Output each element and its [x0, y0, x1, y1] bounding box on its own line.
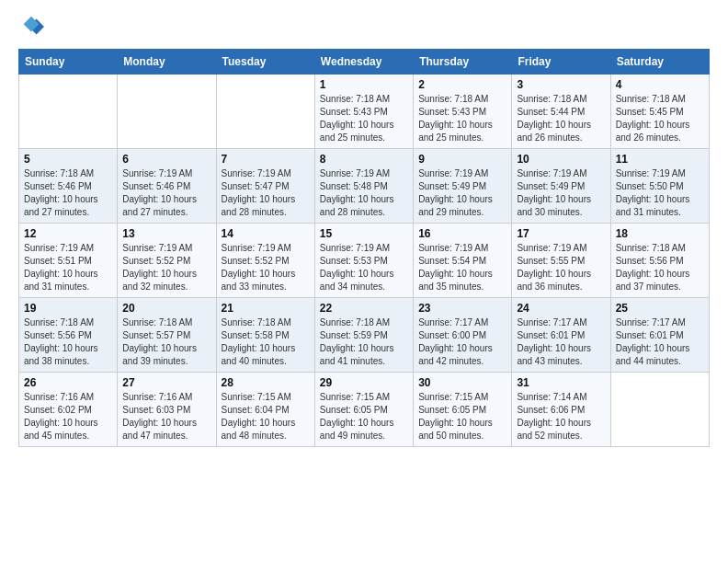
day-number: 24 — [517, 302, 605, 315]
day-number: 11 — [616, 153, 704, 166]
calendar-cell: 4Sunrise: 7:18 AM Sunset: 5:45 PM Daylig… — [610, 75, 709, 149]
day-info: Sunrise: 7:16 AM Sunset: 6:03 PM Dayligh… — [122, 391, 210, 442]
day-info: Sunrise: 7:15 AM Sunset: 6:05 PM Dayligh… — [418, 391, 506, 442]
calendar-week-row: 26Sunrise: 7:16 AM Sunset: 6:02 PM Dayli… — [19, 373, 710, 447]
calendar-cell — [19, 75, 118, 149]
weekday-header-tuesday: Tuesday — [216, 50, 314, 75]
day-number: 5 — [24, 153, 112, 166]
day-number: 29 — [320, 376, 408, 389]
day-number: 3 — [517, 78, 605, 91]
day-number: 6 — [122, 153, 210, 166]
day-info: Sunrise: 7:18 AM Sunset: 5:44 PM Dayligh… — [517, 93, 605, 144]
day-info: Sunrise: 7:16 AM Sunset: 6:02 PM Dayligh… — [24, 391, 112, 442]
day-info: Sunrise: 7:17 AM Sunset: 6:00 PM Dayligh… — [418, 316, 506, 368]
weekday-header-wednesday: Wednesday — [314, 50, 413, 75]
calendar-header — [18, 14, 710, 40]
calendar-week-row: 1Sunrise: 7:18 AM Sunset: 5:43 PM Daylig… — [19, 75, 710, 149]
day-number: 31 — [517, 376, 605, 389]
calendar-cell: 16Sunrise: 7:19 AM Sunset: 5:54 PM Dayli… — [414, 224, 512, 298]
day-number: 1 — [320, 78, 408, 91]
day-number: 19 — [24, 302, 112, 315]
calendar-cell: 10Sunrise: 7:19 AM Sunset: 5:49 PM Dayli… — [512, 149, 610, 224]
calendar-cell: 27Sunrise: 7:16 AM Sunset: 6:03 PM Dayli… — [118, 373, 216, 447]
calendar-cell — [610, 373, 709, 447]
day-number: 27 — [122, 376, 210, 389]
day-info: Sunrise: 7:18 AM Sunset: 5:56 PM Dayligh… — [616, 242, 704, 293]
day-number: 21 — [222, 302, 310, 315]
day-info: Sunrise: 7:19 AM Sunset: 5:53 PM Dayligh… — [320, 242, 408, 293]
calendar-cell — [118, 75, 216, 149]
calendar-cell: 25Sunrise: 7:17 AM Sunset: 6:01 PM Dayli… — [610, 298, 709, 373]
day-info: Sunrise: 7:19 AM Sunset: 5:54 PM Dayligh… — [418, 242, 506, 293]
day-info: Sunrise: 7:19 AM Sunset: 5:51 PM Dayligh… — [24, 242, 112, 293]
calendar-container: SundayMondayTuesdayWednesdayThursdayFrid… — [0, 0, 728, 461]
day-info: Sunrise: 7:18 AM Sunset: 5:43 PM Dayligh… — [418, 93, 506, 144]
calendar-cell: 19Sunrise: 7:18 AM Sunset: 5:56 PM Dayli… — [19, 298, 118, 373]
calendar-cell: 30Sunrise: 7:15 AM Sunset: 6:05 PM Dayli… — [414, 373, 512, 447]
calendar-cell: 14Sunrise: 7:19 AM Sunset: 5:52 PM Dayli… — [216, 224, 314, 298]
calendar-week-row: 19Sunrise: 7:18 AM Sunset: 5:56 PM Dayli… — [19, 298, 710, 373]
weekday-header-saturday: Saturday — [610, 50, 709, 75]
calendar-week-row: 12Sunrise: 7:19 AM Sunset: 5:51 PM Dayli… — [19, 224, 710, 298]
day-number: 22 — [320, 302, 408, 315]
calendar-cell: 1Sunrise: 7:18 AM Sunset: 5:43 PM Daylig… — [314, 75, 413, 149]
calendar-cell: 17Sunrise: 7:19 AM Sunset: 5:55 PM Dayli… — [512, 224, 610, 298]
day-info: Sunrise: 7:19 AM Sunset: 5:49 PM Dayligh… — [418, 167, 506, 219]
day-info: Sunrise: 7:19 AM Sunset: 5:47 PM Dayligh… — [222, 167, 310, 219]
day-info: Sunrise: 7:15 AM Sunset: 6:05 PM Dayligh… — [320, 391, 408, 442]
day-number: 13 — [122, 227, 210, 240]
day-number: 25 — [616, 302, 704, 315]
day-info: Sunrise: 7:18 AM Sunset: 5:43 PM Dayligh… — [320, 93, 408, 144]
day-info: Sunrise: 7:17 AM Sunset: 6:01 PM Dayligh… — [616, 316, 704, 368]
day-number: 10 — [517, 153, 605, 166]
day-number: 12 — [24, 227, 112, 240]
day-info: Sunrise: 7:18 AM Sunset: 5:56 PM Dayligh… — [24, 316, 112, 368]
day-number: 20 — [122, 302, 210, 315]
weekday-header-friday: Friday — [512, 50, 610, 75]
calendar-cell: 20Sunrise: 7:18 AM Sunset: 5:57 PM Dayli… — [118, 298, 216, 373]
day-info: Sunrise: 7:19 AM Sunset: 5:46 PM Dayligh… — [122, 167, 210, 219]
calendar-cell: 26Sunrise: 7:16 AM Sunset: 6:02 PM Dayli… — [19, 373, 118, 447]
calendar-cell — [216, 75, 314, 149]
calendar-cell: 13Sunrise: 7:19 AM Sunset: 5:52 PM Dayli… — [118, 224, 216, 298]
day-number: 8 — [320, 153, 408, 166]
day-info: Sunrise: 7:18 AM Sunset: 5:59 PM Dayligh… — [320, 316, 408, 368]
calendar-cell: 7Sunrise: 7:19 AM Sunset: 5:47 PM Daylig… — [216, 149, 314, 224]
calendar-cell: 12Sunrise: 7:19 AM Sunset: 5:51 PM Dayli… — [19, 224, 118, 298]
day-number: 18 — [616, 227, 704, 240]
weekday-header-monday: Monday — [118, 50, 216, 75]
day-info: Sunrise: 7:18 AM Sunset: 5:57 PM Dayligh… — [122, 316, 210, 368]
calendar-cell: 24Sunrise: 7:17 AM Sunset: 6:01 PM Dayli… — [512, 298, 610, 373]
weekday-header-thursday: Thursday — [414, 50, 512, 75]
calendar-cell: 31Sunrise: 7:14 AM Sunset: 6:06 PM Dayli… — [512, 373, 610, 447]
calendar-cell: 2Sunrise: 7:18 AM Sunset: 5:43 PM Daylig… — [414, 75, 512, 149]
calendar-cell: 23Sunrise: 7:17 AM Sunset: 6:00 PM Dayli… — [414, 298, 512, 373]
day-number: 26 — [24, 376, 112, 389]
day-number: 9 — [418, 153, 506, 166]
day-info: Sunrise: 7:14 AM Sunset: 6:06 PM Dayligh… — [517, 391, 605, 442]
day-number: 23 — [418, 302, 506, 315]
day-info: Sunrise: 7:19 AM Sunset: 5:48 PM Dayligh… — [320, 167, 408, 219]
day-info: Sunrise: 7:17 AM Sunset: 6:01 PM Dayligh… — [517, 316, 605, 368]
calendar-week-row: 5Sunrise: 7:18 AM Sunset: 5:46 PM Daylig… — [19, 149, 710, 224]
weekday-header-row: SundayMondayTuesdayWednesdayThursdayFrid… — [19, 50, 710, 75]
day-info: Sunrise: 7:19 AM Sunset: 5:52 PM Dayligh… — [222, 242, 310, 293]
calendar-cell: 22Sunrise: 7:18 AM Sunset: 5:59 PM Dayli… — [314, 298, 413, 373]
calendar-cell: 29Sunrise: 7:15 AM Sunset: 6:05 PM Dayli… — [314, 373, 413, 447]
day-number: 28 — [222, 376, 310, 389]
day-info: Sunrise: 7:19 AM Sunset: 5:50 PM Dayligh… — [616, 167, 704, 219]
day-info: Sunrise: 7:15 AM Sunset: 6:04 PM Dayligh… — [222, 391, 310, 442]
day-number: 4 — [616, 78, 704, 91]
calendar-cell: 11Sunrise: 7:19 AM Sunset: 5:50 PM Dayli… — [610, 149, 709, 224]
logo-icon — [18, 14, 44, 40]
day-info: Sunrise: 7:18 AM Sunset: 5:45 PM Dayligh… — [616, 93, 704, 144]
logo — [18, 14, 46, 40]
calendar-cell: 15Sunrise: 7:19 AM Sunset: 5:53 PM Dayli… — [314, 224, 413, 298]
day-number: 14 — [222, 227, 310, 240]
calendar-table: SundayMondayTuesdayWednesdayThursdayFrid… — [18, 49, 710, 447]
calendar-cell: 5Sunrise: 7:18 AM Sunset: 5:46 PM Daylig… — [19, 149, 118, 224]
calendar-cell: 3Sunrise: 7:18 AM Sunset: 5:44 PM Daylig… — [512, 75, 610, 149]
calendar-cell: 8Sunrise: 7:19 AM Sunset: 5:48 PM Daylig… — [314, 149, 413, 224]
day-info: Sunrise: 7:19 AM Sunset: 5:52 PM Dayligh… — [122, 242, 210, 293]
day-number: 2 — [418, 78, 506, 91]
